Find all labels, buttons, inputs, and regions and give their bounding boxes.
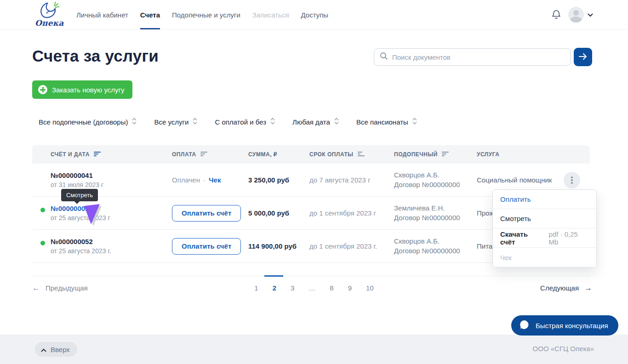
sort-chevrons-icon — [412, 118, 417, 126]
pages-ellipsis: … — [308, 284, 315, 292]
chat-bubble-icon — [518, 319, 530, 332]
order-new-service-label: Заказать новую услугу — [52, 86, 124, 94]
search-box — [374, 48, 571, 66]
invoice-number-cell: №000000052 от 25 августа 2023 г. — [51, 238, 172, 255]
column-due-date[interactable]: Срок оплаты — [309, 151, 394, 158]
notifications-bell-icon[interactable] — [551, 9, 562, 20]
invoice-number-cell: №000000053 от 25 августа 2023 г — [51, 205, 172, 222]
search-input[interactable] — [392, 53, 565, 61]
column-amount[interactable]: Сумма, ₽ — [248, 151, 309, 158]
ward-name: Скворцов А.Б. — [394, 171, 477, 180]
due-date: до 1 сентября 2023 г — [309, 209, 394, 217]
nav-item-invoices[interactable]: Счета — [140, 0, 160, 29]
column-ward[interactable]: Подопечный — [394, 151, 477, 158]
unpaid-status-dot — [40, 208, 45, 212]
menu-item-download-invoice[interactable]: Скачать счёт pdf · 0,25 Mb — [493, 228, 596, 248]
sort-chevrons-icon — [334, 118, 339, 126]
page-9[interactable]: 9 — [348, 284, 352, 292]
unpaid-status-dot — [40, 241, 45, 245]
pagination-next[interactable]: Следующая → — [540, 284, 592, 292]
payment-cell: Оплачен · Чек — [172, 176, 248, 184]
contract-number: Договор №00000000 — [394, 246, 477, 256]
company-name: ООО «СГЦ Опека» — [533, 345, 594, 353]
filter-payment-state[interactable]: С оплатой и без — [215, 118, 275, 126]
order-new-service-button[interactable]: Заказать новую услугу — [32, 80, 132, 99]
row-context-menu: Оплатить Смотреть Скачать счёт pdf · 0,2… — [492, 189, 597, 267]
amount: 3 250,00 руб — [248, 176, 309, 184]
contract-number: Договор №00000000 — [394, 213, 477, 223]
invoice-date: от 25 августа 2023 г. — [51, 247, 172, 255]
ward-cell: Скворцов А.Б. Договор №00000000 — [394, 237, 477, 256]
contract-number: Договор №00000000 — [394, 180, 477, 190]
arrow-right-icon — [578, 53, 588, 62]
invoice-number: №000000052 — [51, 238, 172, 245]
header-actions — [551, 0, 593, 29]
sort-lines-icon — [200, 151, 208, 158]
quick-consultation-button[interactable]: Быстрая консультация — [511, 315, 618, 336]
avatar — [568, 7, 584, 23]
amount: 114 900,00 руб — [248, 242, 309, 250]
page-10[interactable]: 10 — [366, 284, 374, 292]
invoice-number-cell: №000000041 от 31 июля 2023 г — [51, 171, 172, 188]
due-date: до 1 сентября 2023 г. — [309, 242, 394, 250]
separator-dot: · — [203, 176, 206, 184]
page-title: Счета за услуги — [32, 47, 159, 65]
nav-item-access[interactable]: Доступы — [301, 0, 329, 29]
page-1[interactable]: 1 — [254, 284, 258, 292]
active-page-indicator — [264, 275, 283, 277]
sort-lines-icon — [358, 151, 365, 158]
quick-consultation-label: Быстрая консультация — [536, 322, 608, 330]
table-header: Счёт и дата Оплата Сумма, ₽ Срок оплаты … — [32, 145, 590, 164]
scroll-to-top-button[interactable]: Вверх — [35, 342, 77, 357]
filter-date[interactable]: Любая дата — [292, 118, 339, 126]
invoice-number-link[interactable]: №000000053 — [51, 205, 172, 212]
page-8[interactable]: 8 — [330, 284, 333, 292]
nav-item-signup: Записаться — [252, 0, 289, 29]
column-invoice-date[interactable]: Счёт и дата — [51, 151, 172, 158]
page-2-active[interactable]: 2 — [273, 284, 276, 292]
user-menu[interactable] — [568, 7, 593, 23]
ward-name: Скворцов А.Б. — [394, 237, 477, 246]
menu-item-pay[interactable]: Оплатить — [493, 190, 596, 209]
pay-invoice-button[interactable]: Оплатить счёт — [172, 205, 241, 222]
main-nav: Личный кабинет Счета Подопечные и услуги… — [76, 0, 328, 29]
sort-chevrons-icon — [270, 118, 275, 126]
arrow-right-icon: → — [584, 284, 592, 292]
column-service[interactable]: Услуга — [477, 151, 590, 158]
pay-invoice-button[interactable]: Оплатить счёт — [172, 238, 241, 255]
page-3[interactable]: 3 — [291, 284, 294, 292]
filter-boarding-houses[interactable]: Все пансионаты — [356, 118, 417, 126]
sort-chevrons-icon — [132, 118, 137, 126]
nav-item-personal-cabinet[interactable]: Личный кабинет — [76, 0, 128, 29]
chevron-down-icon — [588, 11, 593, 19]
file-meta: pdf · 0,25 Mb — [548, 230, 589, 246]
sort-lines-icon — [94, 151, 101, 158]
column-payment[interactable]: Оплата — [172, 151, 248, 158]
tooltip: Смотреть — [61, 189, 98, 201]
pagination-prev[interactable]: ← Предыдущая — [32, 284, 88, 292]
menu-item-receipt: Чек — [493, 248, 596, 267]
receipt-link[interactable]: Чек — [209, 176, 221, 184]
ward-cell: Земличева Е.Н. Договор №00000000 — [394, 204, 477, 222]
pagination-pages: 1 2 3 … 8 9 10 — [254, 284, 373, 292]
filter-wards-contracts[interactable]: Все подопечные (договоры) — [39, 118, 137, 126]
row-actions-kebab-icon[interactable] — [564, 172, 580, 188]
filters-bar: Все подопечные (договоры) Все услуги С о… — [39, 118, 417, 126]
invoice-date: от 31 июля 2023 г — [51, 181, 172, 188]
search-icon — [380, 52, 388, 62]
logo-wordmark: Опека — [35, 18, 63, 28]
amount: 5 000,00 руб — [248, 209, 309, 217]
footer: Вверх ООО «СГЦ Опека» — [0, 335, 628, 364]
ward-cell: Скворцов А.Б. Договор №00000000 — [394, 171, 477, 189]
menu-item-view[interactable]: Смотреть — [493, 209, 596, 228]
search-submit-button[interactable] — [574, 48, 592, 66]
top-bar: Опека Личный кабинет Счета Подопечные и … — [0, 0, 628, 29]
plus-circle-icon — [38, 85, 47, 94]
sort-lines-icon — [442, 151, 449, 158]
payment-cell: Оплатить счёт — [172, 205, 248, 222]
nav-item-wards-services[interactable]: Подопечные и услуги — [172, 0, 240, 29]
logo[interactable]: Опека — [35, 1, 63, 28]
filter-services[interactable]: Все услуги — [154, 118, 197, 126]
invoice-date: от 25 августа 2023 г — [51, 214, 172, 222]
pagination: ← Предыдущая 1 2 3 … 8 9 10 Следующая → — [0, 284, 628, 295]
